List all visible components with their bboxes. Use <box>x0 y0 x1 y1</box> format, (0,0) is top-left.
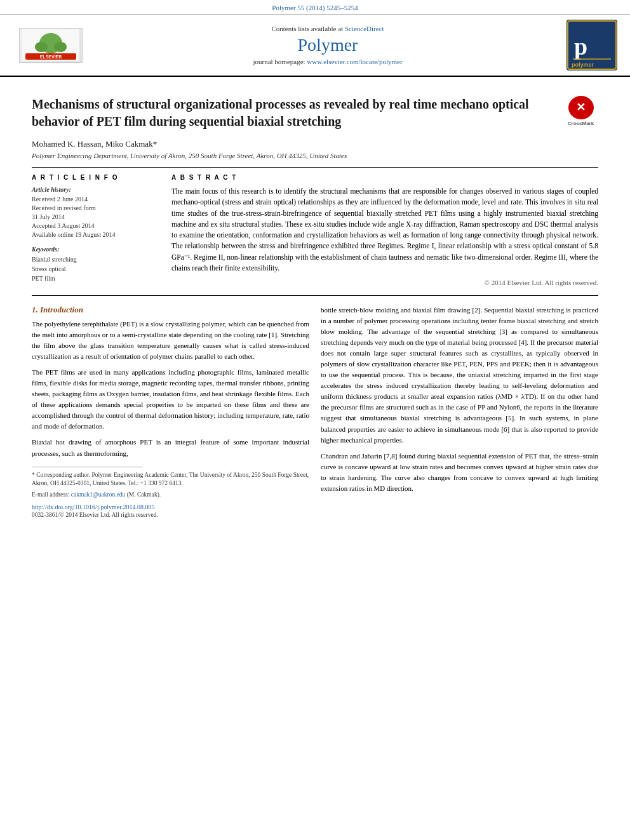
svg-text:p: p <box>574 33 587 60</box>
journal-name: Polymer <box>89 35 566 55</box>
keyword-2: Stress optical <box>32 264 159 274</box>
email-label: E-mail address: <box>32 491 69 498</box>
abstract-body-divider <box>32 295 598 296</box>
article-info-panel: A R T I C L E I N F O Article history: R… <box>32 174 159 286</box>
keywords-label: Keywords: <box>32 246 159 253</box>
intro-paragraph-2: The PET films are used in many applicati… <box>32 367 309 432</box>
polymer-logo-svg: p polymer <box>566 20 617 70</box>
journal-header: ELSEVIER Contents lists available at Sci… <box>0 15 630 77</box>
polymer-journal-logo: p polymer <box>566 20 617 70</box>
journal-citation: Polymer 55 (2014) 5245–5254 <box>272 4 358 11</box>
article-info-label: A R T I C L E I N F O <box>32 174 159 181</box>
doi-text: http://dx.doi.org/10.1016/j.polymer.2014… <box>32 503 154 510</box>
elsevier-logo: ELSEVIER <box>13 28 89 63</box>
article-title-block: Mechanisms of structural organizational … <box>32 96 598 130</box>
right-paragraph-2: Chandran and Jabarin [7,8] found during … <box>321 451 598 494</box>
keywords-section: Keywords: Biaxial stretching Stress opti… <box>32 246 159 283</box>
crossmark-badge[interactable]: ✕ CrossMark <box>563 96 598 128</box>
elsevier-tree-svg: ELSEVIER <box>22 29 79 61</box>
title-divider <box>32 167 598 168</box>
received-revised-date: 31 July 2014 <box>32 213 159 222</box>
contents-line: Contents lists available at ScienceDirec… <box>89 25 566 32</box>
sciencedirect-link[interactable]: ScienceDirect <box>345 25 384 32</box>
svg-text:polymer: polymer <box>572 62 594 68</box>
abstract-text: The main focus of this research is to id… <box>171 186 598 274</box>
abstract-panel: A B S T R A C T The main focus of this r… <box>171 174 598 286</box>
homepage-link[interactable]: www.elsevier.com/locate/polymer <box>307 58 402 65</box>
abstract-label: A B S T R A C T <box>171 174 598 181</box>
article-container: Mechanisms of structural organizational … <box>0 77 630 537</box>
body-right-column: bottle stretch-blow molding and biaxial … <box>321 305 598 518</box>
journal-center-info: Contents lists available at ScienceDirec… <box>89 25 566 65</box>
info-abstract-columns: A R T I C L E I N F O Article history: R… <box>32 174 598 286</box>
keyword-3: PET film <box>32 274 159 283</box>
email-footnote: E-mail address: cakmak1@uakron.edu (M. C… <box>32 491 309 500</box>
crossmark-label: CrossMark <box>568 121 594 128</box>
article-title: Mechanisms of structural organizational … <box>32 97 529 128</box>
available-online-date: Available online 19 August 2014 <box>32 230 159 239</box>
elsevier-tree-image: ELSEVIER <box>19 28 83 63</box>
article-history: Article history: Received 2 June 2014 Re… <box>32 186 159 239</box>
issn-line: 0032-3861/© 2014 Elsevier Ltd. All right… <box>32 512 309 518</box>
body-left-column: 1. Introduction The polyethylene terepht… <box>32 305 309 518</box>
email-person: (M. Cakmak). <box>127 491 161 498</box>
footnote-divider <box>32 467 143 467</box>
authors-text: Mohamed K. Hassan, Miko Cakmak* <box>32 139 157 149</box>
homepage-line: journal homepage: www.elsevier.com/locat… <box>89 58 566 65</box>
keyword-1: Biaxial stretching <box>32 255 159 264</box>
email-link[interactable]: cakmak1@uakron.edu <box>71 491 126 498</box>
corresponding-author-footnote: * Corresponding author. Polymer Engineer… <box>32 471 309 489</box>
doi-line[interactable]: http://dx.doi.org/10.1016/j.polymer.2014… <box>32 503 309 510</box>
accepted-date: Accepted 3 August 2014 <box>32 222 159 230</box>
svg-point-3 <box>35 42 48 52</box>
introduction-heading: 1. Introduction <box>32 305 309 315</box>
svg-point-4 <box>54 42 67 52</box>
received-revised-label: Received in revised form <box>32 204 159 213</box>
intro-paragraph-1: The polyethylene terephthalate (PET) is … <box>32 319 309 362</box>
affiliation-line: Polymer Engineering Department, Universi… <box>32 152 598 159</box>
copyright-line: © 2014 Elsevier Ltd. All rights reserved… <box>171 279 598 286</box>
crossmark-icon: ✕ <box>568 96 594 119</box>
intro-paragraph-3: Biaxial hot drawing of amorphous PET is … <box>32 437 309 458</box>
history-title: Article history: <box>32 186 159 193</box>
authors-line: Mohamed K. Hassan, Miko Cakmak* <box>32 139 598 149</box>
received-date: Received 2 June 2014 <box>32 195 159 204</box>
svg-text:ELSEVIER: ELSEVIER <box>40 55 62 59</box>
body-columns: 1. Introduction The polyethylene terepht… <box>32 305 598 518</box>
journal-citation-bar: Polymer 55 (2014) 5245–5254 <box>0 0 630 15</box>
right-paragraph-1: bottle stretch-blow molding and biaxial … <box>321 305 598 446</box>
